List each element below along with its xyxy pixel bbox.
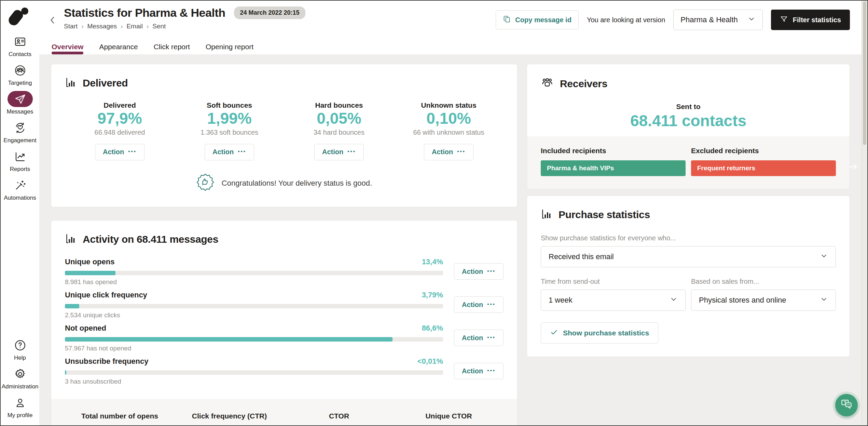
- action-button[interactable]: Action: [205, 144, 254, 160]
- sidebar-item-my-profile[interactable]: My profile: [8, 395, 33, 419]
- purchase-card-title: Purchase statistics: [559, 209, 650, 221]
- activity-row-label: Unsubscribe frequency: [65, 357, 149, 366]
- based-on-sales-field: Based on sales from... Physical stores a…: [691, 278, 836, 311]
- page-title: Statistics for Pharma & Health: [64, 6, 225, 19]
- tab-appearance[interactable]: Appearance: [99, 39, 138, 54]
- breadcrumb-separator-icon: [81, 23, 83, 30]
- delivered-card-title: Delivered: [83, 77, 128, 89]
- footer-stat-value: 32,3%: [284, 422, 394, 425]
- activity-row-percent: 13,4%: [422, 257, 443, 266]
- sidebar-item-reports[interactable]: Reports: [3, 148, 36, 173]
- action-button[interactable]: Action: [314, 144, 364, 160]
- based-on-sales-select[interactable]: Physical stores and online: [691, 290, 836, 311]
- sidebar-item-label: Targeting: [8, 80, 32, 86]
- ellipsis-icon: [487, 367, 496, 375]
- tab-opening-report[interactable]: Opening report: [206, 39, 253, 54]
- copy-message-id-button[interactable]: Copy message id: [496, 10, 579, 29]
- chevron-down-icon: [820, 295, 828, 305]
- action-button[interactable]: Action: [454, 263, 504, 280]
- version-select[interactable]: Pharma & Health: [673, 10, 763, 30]
- purchase-who-select[interactable]: Received this email: [541, 246, 836, 267]
- activity-row-percent: <0,01%: [417, 357, 443, 366]
- stat-value: 97,9%: [97, 109, 142, 128]
- tab-overview[interactable]: Overview: [52, 39, 83, 54]
- action-button[interactable]: Action: [454, 363, 504, 379]
- action-button[interactable]: Action: [424, 144, 473, 160]
- sidebar-item-administration[interactable]: Administration: [2, 366, 39, 390]
- activity-row-unique-click-frequency: Unique click frequency 3,79% 2.534 uniqu…: [65, 291, 504, 319]
- action-button[interactable]: Action: [454, 296, 504, 313]
- scrollbar-thumb[interactable]: [863, 1, 866, 145]
- action-label: Action: [103, 148, 124, 156]
- activity-row-label: Unique opens: [65, 257, 114, 266]
- action-button[interactable]: Action: [95, 144, 144, 160]
- stat-label: Delivered: [104, 101, 136, 109]
- bar-chart-icon: [65, 233, 77, 246]
- footer-stat-label: Unique CTOR: [394, 412, 504, 420]
- sidebar-item-label: Automations: [4, 195, 36, 201]
- recipients-next-button[interactable]: [848, 161, 858, 173]
- show-purchase-statistics-label: Show purchase statistics: [563, 329, 649, 337]
- sidebar-main-nav: Contacts Targeting Messages Engagement: [3, 34, 36, 206]
- action-label: Action: [432, 148, 453, 156]
- sidebar-item-targeting[interactable]: Targeting: [3, 62, 36, 86]
- send-date-badge: 24 March 2022 20:15: [234, 6, 305, 19]
- sidebar-item-contacts[interactable]: Contacts: [3, 34, 36, 58]
- based-on-sales-value: Physical stores and online: [699, 296, 786, 305]
- sidebar-item-automations[interactable]: Automations: [3, 177, 36, 201]
- back-button[interactable]: [46, 14, 59, 28]
- stat-delivered: Delivered 97,9% 66.948 delivered Action: [65, 101, 175, 160]
- activity-row-unsubscribe-frequency: Unsubscribe frequency <0,01% 3 has unsub…: [65, 357, 504, 385]
- purchase-who-value: Received this email: [549, 252, 614, 261]
- action-button[interactable]: Action: [454, 330, 504, 346]
- progress-bar: [65, 370, 443, 375]
- footer-stat-value: 28,2%: [394, 422, 504, 425]
- activity-row-caption: 57.967 has not opened: [65, 345, 443, 352]
- breadcrumb-item-sent[interactable]: Sent: [152, 23, 166, 30]
- sidebar-item-engagement[interactable]: Engagement: [3, 120, 36, 144]
- breadcrumb-item-start[interactable]: Start: [64, 23, 78, 30]
- action-label: Action: [322, 148, 343, 156]
- action-label: Action: [462, 334, 483, 342]
- footer-stat-value: 9.245: [65, 422, 175, 425]
- activity-row-unique-opens: Unique opens 13,4% 8.981 has opened Acti…: [65, 257, 504, 286]
- footer-stat-unique-ctor: Unique CTOR 28,2%: [394, 412, 504, 425]
- ellipsis-icon: [487, 268, 496, 276]
- sidebar-item-messages[interactable]: Messages: [3, 91, 36, 115]
- receivers-card: Receivers Sent to 68.411 contacts Includ…: [527, 64, 850, 189]
- vertical-scrollbar[interactable]: [862, 1, 867, 425]
- right-column: Receivers Sent to 68.411 contacts Includ…: [527, 64, 850, 425]
- show-purchase-statistics-button[interactable]: Show purchase statistics: [541, 322, 658, 344]
- help-chat-button[interactable]: ?: [835, 394, 858, 416]
- progress-bar-fill: [65, 370, 66, 375]
- ellipsis-icon: [457, 148, 466, 156]
- filter-statistics-label: Filter statistics: [793, 16, 841, 24]
- excluded-recipients: Excluded recipients Frequent returners: [691, 147, 836, 176]
- sent-to-contacts-value: 68.411 contacts: [541, 111, 836, 130]
- filter-statistics-button[interactable]: Filter statistics: [771, 10, 850, 30]
- ellipsis-icon: [347, 148, 356, 156]
- chevron-down-icon: [820, 252, 828, 262]
- gear-icon: [8, 366, 33, 382]
- sent-to-label: Sent to: [541, 103, 836, 111]
- stat-caption: 1.363 soft bounces: [201, 129, 258, 136]
- stat-value: 0,05%: [317, 109, 361, 128]
- footer-stat-label: Total number of opens: [65, 412, 175, 420]
- sidebar-item-label: Help: [14, 355, 26, 361]
- sidebar-item-label: Contacts: [9, 51, 31, 58]
- breadcrumb-separator-icon: [121, 23, 123, 30]
- progress-bar: [65, 337, 443, 342]
- time-from-sendout-select[interactable]: 1 week: [541, 290, 686, 311]
- sidebar-item-label: Messages: [7, 108, 33, 115]
- sidebar-item-help[interactable]: Help: [8, 337, 33, 361]
- purchase-who-label: Show purchase statistics for everyone wh…: [541, 234, 836, 242]
- activity-summary-footer: Total number of opens 9.245 Click freque…: [51, 399, 517, 425]
- time-from-sendout-label: Time from send-out: [541, 278, 686, 285]
- heart-cycle-icon: [8, 120, 33, 136]
- group-circle-icon: [8, 62, 33, 78]
- ellipsis-icon: [238, 148, 246, 156]
- breadcrumb-item-email[interactable]: Email: [126, 23, 143, 30]
- breadcrumb-item-messages[interactable]: Messages: [87, 23, 117, 30]
- magic-wand-icon: [8, 177, 33, 193]
- tab-click-report[interactable]: Click report: [154, 39, 190, 54]
